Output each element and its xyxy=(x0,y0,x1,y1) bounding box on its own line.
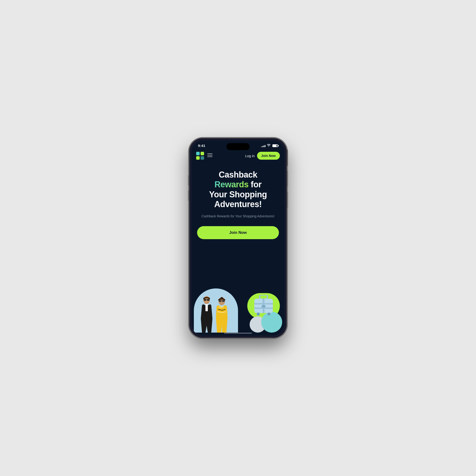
brand-logo-icon xyxy=(196,152,204,160)
signal-bar-4 xyxy=(265,145,265,147)
join-now-hero-button[interactable]: Join Now xyxy=(197,226,279,239)
wifi-icon xyxy=(267,144,271,147)
hero-title-shopping: Your Shopping xyxy=(209,190,267,199)
home-indicator xyxy=(224,333,252,334)
svg-rect-22 xyxy=(262,305,265,307)
battery-fill xyxy=(273,145,277,147)
signal-bars-icon xyxy=(261,144,265,147)
svg-rect-8 xyxy=(204,299,206,301)
svg-rect-2 xyxy=(196,156,200,160)
hero-title-for: for xyxy=(251,180,262,189)
phone-screen: 9:41 xyxy=(191,140,285,336)
svg-rect-0 xyxy=(196,152,200,155)
svg-rect-3 xyxy=(201,156,204,160)
svg-rect-6 xyxy=(207,156,212,157)
hero-subtitle: Cashback Rewards for Your Shopping Adven… xyxy=(197,214,279,219)
signal-bar-3 xyxy=(264,146,264,147)
svg-rect-17 xyxy=(260,295,268,299)
signal-bar-2 xyxy=(262,146,263,147)
svg-point-13 xyxy=(220,297,223,300)
hamburger-menu-icon[interactable] xyxy=(207,153,212,158)
signal-bar-1 xyxy=(261,146,262,147)
svg-point-25 xyxy=(257,313,259,315)
svg-rect-15 xyxy=(222,300,225,302)
battery-icon xyxy=(272,144,278,147)
svg-point-26 xyxy=(268,313,270,315)
decorative-section xyxy=(191,281,285,333)
svg-rect-11 xyxy=(205,304,208,311)
hero-section: Cashback Rewards for Your Shopping Adven… xyxy=(191,163,285,281)
navbar: Log in Join Now xyxy=(191,150,285,163)
svg-rect-9 xyxy=(207,299,210,301)
status-icons xyxy=(261,144,278,147)
fashion-person-2-icon xyxy=(212,297,231,333)
join-now-nav-button[interactable]: Join Now xyxy=(257,152,280,160)
hero-title-cashback: Cashback xyxy=(219,170,257,179)
phone-frame: 9:41 xyxy=(189,138,287,338)
svg-rect-5 xyxy=(207,155,212,155)
fashion-circle xyxy=(194,289,238,333)
svg-rect-1 xyxy=(201,152,204,155)
login-link[interactable]: Log in xyxy=(245,154,255,158)
dynamic-island xyxy=(226,143,250,150)
hero-title-adventures: Adventures! xyxy=(214,199,262,209)
fashion-figures xyxy=(194,289,238,333)
status-time: 9:41 xyxy=(198,144,205,148)
svg-rect-4 xyxy=(207,153,212,154)
hero-title: Cashback Rewards for Your Shopping Adven… xyxy=(197,170,279,209)
suitcase-icon xyxy=(253,295,274,317)
hero-title-rewards: Rewards xyxy=(215,180,249,189)
svg-rect-14 xyxy=(219,300,221,302)
